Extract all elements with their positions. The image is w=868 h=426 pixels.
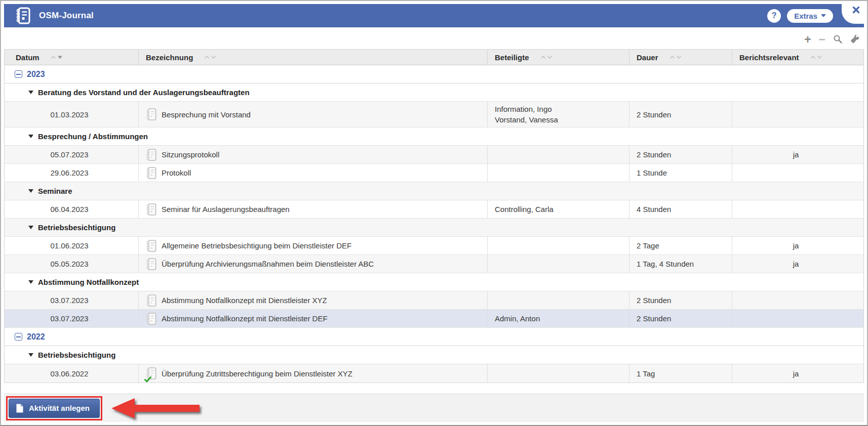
collapse-group-icon — [28, 135, 33, 138]
sort-asc-icon — [669, 55, 675, 59]
column-label: Berichtsrelevant — [739, 53, 799, 62]
table-row[interactable]: 03.07.2023 Abstimmung Notfallkonzept mit… — [5, 291, 863, 310]
table-row[interactable]: 03.07.2023 Abstimmung Notfallkonzept mit… — [5, 310, 863, 328]
annotation-arrow-icon — [110, 397, 201, 420]
collapse-all-button[interactable]: − — [819, 35, 825, 44]
category-label: Besprechung / Abstimmungen — [38, 132, 148, 141]
sort-asc-icon — [810, 55, 816, 59]
table-row[interactable]: 01.06.2023 Allgemeine Betriebsbesichtigu… — [5, 237, 863, 255]
cell-bezeichnung: Abstimmung Notfallkonzept mit Dienstleis… — [139, 310, 488, 327]
help-button[interactable]: ? — [767, 9, 781, 23]
column-header-dauer[interactable]: Dauer — [629, 50, 732, 65]
year-label: 2022 — [27, 332, 45, 342]
cell-bezeichnung: Überprüfung Zutrittsberechtigung beim Di… — [139, 364, 488, 382]
cell-bezeichnung: Seminar für Auslagerungsbeauftragen — [139, 200, 488, 218]
category-group-row[interactable]: Abstimmung Notfallkonzept — [5, 273, 863, 291]
entry-title: Allgemeine Betriebsbesichtigung beim Die… — [162, 241, 351, 250]
wrench-icon — [850, 34, 860, 44]
cell-datum: 05.07.2023 — [5, 146, 139, 163]
osm-journal-window: OSM-Journal ? Extras + − — [0, 0, 868, 426]
cell-datum: 03.07.2023 — [5, 310, 139, 327]
column-header-datum[interactable]: Datum — [5, 50, 139, 65]
year-group-row[interactable]: 2023 — [5, 65, 863, 83]
category-group-row[interactable]: Betriebsbesichtigung — [5, 346, 863, 364]
sort-icons — [51, 55, 63, 59]
sort-asc-icon — [204, 55, 210, 59]
cell-bezeichnung: Überprüfung Archivierungsmaßnahmen beim … — [139, 255, 488, 273]
entry-icon-wrap — [146, 239, 156, 252]
cell-berichtsrelevant — [732, 102, 863, 127]
cell-berichtsrelevant: ja — [732, 146, 863, 163]
check-badge — [144, 376, 151, 382]
cell-beteiligte — [488, 291, 629, 309]
entry-icon-wrap — [146, 148, 156, 161]
search-button[interactable] — [833, 34, 843, 44]
cell-bezeichnung: Abstimmung Notfallkonzept mit Dienstleis… — [139, 291, 488, 309]
plus-icon: + — [804, 35, 811, 44]
column-header-berichtsrelevant[interactable]: Berichtsrelevant — [732, 50, 863, 65]
document-icon — [16, 404, 23, 413]
annotation-highlight-box: Aktivität anlegen — [6, 396, 102, 420]
column-header-bezeichnung[interactable]: Bezeichnung — [139, 50, 488, 65]
cell-bezeichnung: Protokoll — [139, 164, 488, 182]
cell-datum: 01.06.2023 — [5, 237, 139, 254]
cell-beteiligte — [488, 255, 629, 273]
entry-title: Protokoll — [162, 168, 191, 177]
entry-icon-wrap — [146, 294, 156, 307]
cell-dauer: 4 Stunden — [629, 200, 732, 218]
cell-datum: 03.07.2023 — [5, 291, 139, 309]
cell-berichtsrelevant — [732, 310, 863, 327]
journal-entry-icon — [146, 108, 156, 121]
category-group-row[interactable]: Betriebsbesichtigung — [5, 219, 863, 237]
minus-icon: − — [819, 35, 825, 44]
cell-dauer: 2 Stunden — [629, 310, 732, 327]
participant: Vorstand, Vanessa — [495, 114, 558, 125]
sort-icons — [810, 55, 822, 59]
completed-check-icon — [144, 376, 151, 382]
extras-button[interactable]: Extras — [787, 9, 833, 23]
expand-all-button[interactable]: + — [804, 35, 811, 44]
close-icon — [852, 6, 860, 14]
category-label: Betriebsbesichtigung — [38, 223, 115, 232]
sort-desc-active-icon — [57, 55, 63, 59]
cell-beteiligte — [488, 364, 629, 382]
collapse-year-icon[interactable] — [15, 70, 22, 78]
table-row[interactable]: 05.05.2023 Überprüfung Archivierungsmaßn… — [5, 255, 863, 273]
cell-datum: 01.03.2023 — [5, 102, 139, 127]
category-label: Abstimmung Notfallkonzept — [38, 278, 139, 286]
entry-title: Besprechung mit Vorstand — [162, 110, 251, 119]
participant: Information, Ingo — [495, 104, 552, 114]
create-activity-button[interactable]: Aktivität anlegen — [9, 399, 100, 418]
sort-asc-icon — [51, 55, 56, 59]
table-row[interactable]: 05.07.2023 Sitzungsprotokoll2 Stundenja — [5, 146, 863, 164]
search-icon — [833, 34, 843, 44]
cell-datum: 05.05.2023 — [5, 255, 139, 273]
entry-title: Überprüfung Zutrittsberechtigung beim Di… — [162, 369, 352, 378]
sort-asc-icon — [540, 55, 546, 59]
cell-bezeichnung: Allgemeine Betriebsbesichtigung beim Die… — [139, 237, 488, 254]
category-group-row[interactable]: Seminare — [5, 182, 863, 200]
table-row[interactable]: 06.04.2023 Seminar für Auslagerungsbeauf… — [5, 200, 863, 219]
collapse-year-icon[interactable] — [15, 333, 22, 340]
column-label: Bezeichnung — [146, 53, 193, 62]
settings-button[interactable] — [850, 34, 860, 44]
entry-title: Überprüfung Archivierungsmaßnahmen beim … — [162, 260, 374, 268]
column-header-beteiligte[interactable]: Beteiligte — [488, 50, 629, 65]
year-group-row[interactable]: 2022 — [5, 328, 863, 346]
titlebar: OSM-Journal ? Extras — [4, 4, 864, 27]
entry-title: Abstimmung Notfallkonzept mit Dienstleis… — [162, 296, 327, 305]
collapse-group-icon — [28, 91, 33, 94]
sort-desc-icon — [676, 55, 682, 59]
column-label: Dauer — [637, 53, 658, 62]
entry-icon-wrap — [146, 367, 156, 380]
cell-beteiligte — [488, 237, 629, 254]
table-row[interactable]: 03.06.2022 Überprüfung Zutrittsberechtig… — [5, 364, 863, 382]
table-row[interactable]: 01.03.2023 Besprechung mit VorstandInfor… — [5, 102, 863, 127]
collapse-group-icon — [28, 226, 33, 229]
table-row[interactable]: 29.06.2023 Protokoll1 Stunde — [5, 164, 863, 182]
collapse-group-icon — [28, 280, 33, 284]
category-group-row[interactable]: Besprechung / Abstimmungen — [5, 127, 863, 146]
category-group-row[interactable]: Beratung des Vorstand und der Auslagerun… — [5, 83, 863, 102]
cell-beteiligte: Information, IngoVorstand, Vanessa — [488, 102, 629, 127]
cell-dauer: 2 Stunden — [629, 102, 732, 127]
